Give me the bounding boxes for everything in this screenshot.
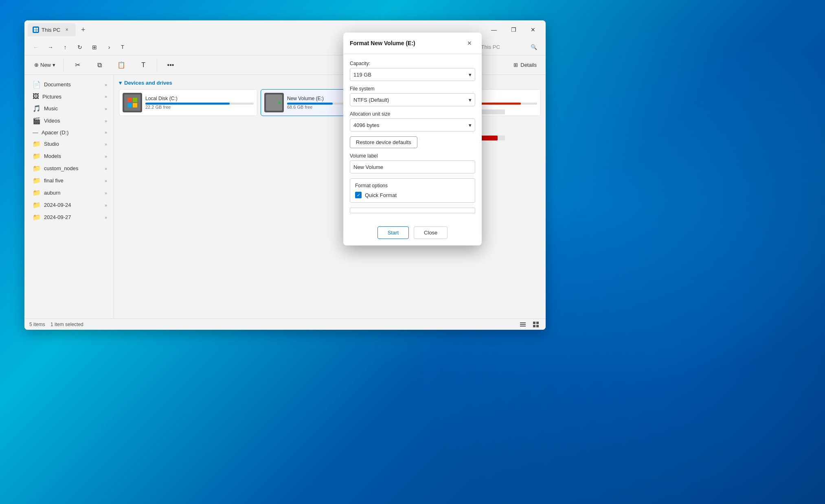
pin-icon: »: [105, 154, 107, 159]
pin-icon: »: [105, 142, 107, 147]
format-options-box: Format options Quick Format: [350, 178, 475, 203]
alloc-field-group: Allocation unit size 4096 bytes ▾: [350, 111, 475, 131]
dialog-close-btn[interactable]: ✕: [464, 37, 475, 49]
dialog-actions: Start Close: [343, 226, 482, 245]
sidebar-item-studio[interactable]: 📁 Studio »: [26, 138, 112, 150]
sidebar-item-custom-nodes[interactable]: 📁 custom_nodes »: [26, 162, 112, 174]
restore-btn[interactable]: ❐: [504, 23, 523, 36]
minimize-btn[interactable]: —: [485, 23, 503, 36]
tab-close-btn[interactable]: ×: [63, 26, 71, 34]
sidebar-item-label: Apacer (D:): [42, 129, 101, 136]
paste-btn[interactable]: 📋: [111, 59, 132, 70]
documents-icon: 📄: [33, 81, 41, 88]
pin-icon: »: [105, 178, 107, 183]
quick-format-row: Quick Format: [355, 192, 470, 198]
sidebar-item-date2[interactable]: 📁 2024-09-27 »: [26, 211, 112, 223]
capacity-label: Capacity:: [350, 61, 475, 66]
alloc-select[interactable]: 4096 bytes ▾: [350, 118, 475, 131]
paste-icon: 📋: [117, 61, 125, 69]
format-progress-bar: [350, 208, 475, 213]
new-button[interactable]: ⊕ New ▾: [29, 59, 60, 70]
sidebar-item-label: Videos: [44, 118, 101, 124]
section-chevron-icon: ▾: [119, 80, 122, 86]
filesystem-label: File system: [350, 86, 475, 92]
apacer-icon: —: [33, 129, 38, 136]
dialog-title-bar: Format New Volume (E:) ✕: [343, 33, 482, 54]
tab-add-btn[interactable]: +: [77, 24, 89, 35]
sidebar-item-label: final five: [44, 177, 101, 184]
volume-label: Volume label: [350, 153, 475, 159]
quick-format-checkbox[interactable]: [355, 192, 362, 198]
address-text: T: [121, 44, 124, 50]
grid-view-btn[interactable]: [531, 320, 541, 329]
sidebar-item-date1[interactable]: 📁 2024-09-24 »: [26, 199, 112, 211]
tab-label: This PC: [42, 27, 60, 33]
cut-btn[interactable]: ✂: [67, 59, 88, 70]
start-button[interactable]: Start: [377, 226, 409, 239]
chevron-btn[interactable]: ›: [103, 41, 116, 54]
view-toggle-btn[interactable]: ⊞: [88, 41, 101, 54]
svg-rect-6: [536, 325, 539, 327]
close-btn[interactable]: ✕: [524, 23, 542, 36]
sidebar-item-label: Music: [44, 105, 101, 112]
sidebar-item-label: 2024-09-24: [44, 202, 101, 208]
capacity-dropdown-icon: ▾: [469, 72, 472, 78]
filesystem-select[interactable]: NTFS (Default) ▾: [350, 93, 475, 106]
sidebar-item-pictures[interactable]: 🖼 Pictures »: [26, 91, 112, 102]
sidebar-item-apacer[interactable]: — Apacer (D:) »: [26, 127, 112, 138]
copy-icon: ⧉: [97, 61, 102, 69]
details-btn[interactable]: ⊞ Details: [509, 59, 541, 70]
up-btn[interactable]: ↑: [59, 41, 72, 54]
sidebar: 📄 Documents » 🖼 Pictures » 🎵 Music » 🎬 V…: [24, 75, 114, 318]
alloc-dropdown-icon: ▾: [469, 122, 472, 128]
format-options-label: Format options: [355, 183, 470, 188]
sidebar-item-label: Models: [44, 153, 101, 159]
list-view-btn[interactable]: [518, 320, 528, 329]
sidebar-item-videos[interactable]: 🎬 Videos »: [26, 115, 112, 127]
rename-btn[interactable]: T: [133, 60, 154, 70]
more-btn[interactable]: •••: [160, 60, 181, 70]
drive-name: Local Disk (C:): [145, 96, 254, 101]
capacity-select[interactable]: 119 GB ▾: [350, 68, 475, 81]
pin-icon: »: [105, 191, 107, 195]
pin-icon: »: [105, 203, 107, 208]
pin-icon: »: [105, 94, 107, 99]
status-right: [518, 320, 541, 329]
folder-icon: 📁: [33, 189, 41, 197]
copy-btn[interactable]: ⧉: [89, 60, 110, 70]
window-controls: — ❐ ✕: [485, 23, 542, 36]
scissors-icon: ✂: [75, 61, 80, 69]
restore-defaults-btn[interactable]: Restore device defaults: [350, 136, 417, 148]
ribbon-separator-1: [64, 59, 64, 72]
format-dialog: Format New Volume (E:) ✕ Capacity: 119 G…: [343, 33, 482, 245]
drive-item-local[interactable]: Local Disk (C:) 22.2 GB free: [119, 89, 257, 116]
tab-this-pc[interactable]: This PC ×: [28, 23, 76, 36]
volume-input[interactable]: [350, 160, 475, 173]
rename-icon: T: [141, 61, 145, 69]
sidebar-item-music[interactable]: 🎵 Music »: [26, 103, 112, 114]
folder-icon: 📁: [33, 201, 41, 209]
pictures-icon: 🖼: [33, 93, 39, 100]
drive-info-local: Local Disk (C:) 22.2 GB free: [145, 96, 254, 110]
forward-btn[interactable]: →: [44, 41, 57, 54]
svg-rect-5: [533, 325, 535, 327]
pin-icon: »: [105, 82, 107, 87]
folder-icon: 📁: [33, 164, 41, 172]
dropdown-chevron-icon: ▾: [53, 62, 55, 68]
back-btn[interactable]: ←: [29, 41, 42, 54]
refresh-btn[interactable]: ↻: [73, 41, 86, 54]
folder-icon: 📁: [33, 152, 41, 160]
sidebar-item-final-five[interactable]: 📁 final five »: [26, 175, 112, 186]
filesystem-field-group: File system NTFS (Default) ▾: [350, 86, 475, 106]
close-dialog-button[interactable]: Close: [414, 226, 448, 239]
tab-icon: [33, 26, 39, 33]
sidebar-item-models[interactable]: 📁 Models »: [26, 150, 112, 162]
drive-size: 22.2 GB free: [145, 105, 254, 110]
selected-count: 1 item selected: [50, 322, 83, 327]
sidebar-item-auburn[interactable]: 📁 auburn »: [26, 187, 112, 199]
sidebar-item-label: Pictures: [42, 94, 101, 100]
pin-icon: »: [105, 118, 107, 123]
sidebar-item-documents[interactable]: 📄 Documents »: [26, 79, 112, 90]
svg-rect-3: [533, 322, 535, 324]
filesystem-dropdown-icon: ▾: [469, 97, 472, 103]
